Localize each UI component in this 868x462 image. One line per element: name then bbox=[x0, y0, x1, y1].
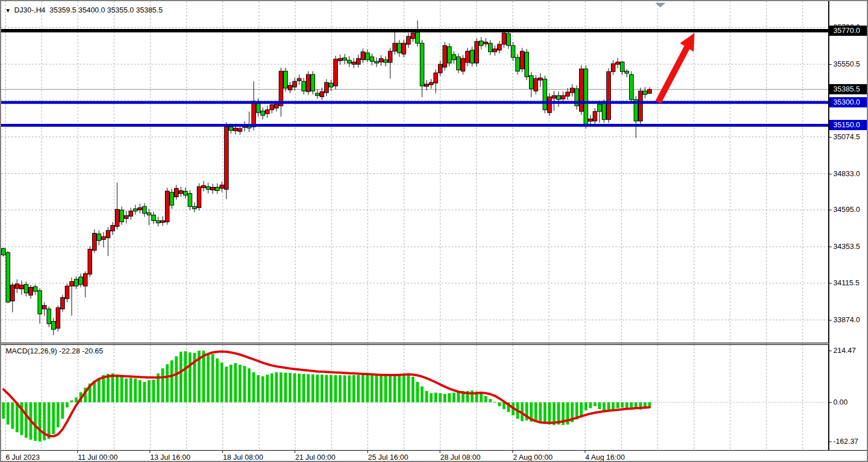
candle-body bbox=[24, 284, 28, 293]
candle-body bbox=[525, 52, 529, 77]
candle-body bbox=[120, 210, 124, 222]
macd-histogram-bar bbox=[321, 374, 324, 402]
macd-histogram-bar bbox=[102, 375, 105, 402]
macd-histogram-bar bbox=[230, 365, 233, 402]
macd-histogram-bar bbox=[389, 375, 392, 402]
candle-body bbox=[375, 61, 379, 63]
candle-body bbox=[393, 43, 397, 51]
macd-histogram-bar bbox=[325, 375, 328, 402]
macd-histogram-bar bbox=[248, 368, 251, 402]
candle-body bbox=[516, 57, 520, 71]
candle-body bbox=[493, 49, 497, 52]
candle-body bbox=[616, 62, 620, 64]
candle-body bbox=[334, 59, 338, 86]
macd-histogram-bar bbox=[439, 393, 442, 402]
time-axis-label: 18 Jul 08:00 bbox=[223, 453, 263, 461]
macd-histogram-bar bbox=[225, 367, 228, 402]
macd-histogram-bar bbox=[489, 399, 492, 402]
macd-histogram-bar bbox=[617, 402, 619, 408]
time-axis-tick-mark bbox=[367, 451, 368, 453]
candle-body bbox=[357, 59, 361, 64]
macd-histogram-bar bbox=[621, 402, 624, 407]
candle-body bbox=[316, 93, 320, 95]
macd-histogram-bar bbox=[52, 402, 55, 434]
price-axis-tick-label: 34595.0 bbox=[833, 205, 860, 214]
candle-body bbox=[584, 69, 588, 125]
macd-histogram-bar bbox=[385, 375, 387, 402]
price-axis-tick-mark bbox=[829, 137, 832, 138]
macd-histogram-bar bbox=[398, 375, 401, 402]
macd-indicator-panel[interactable] bbox=[1, 345, 829, 450]
macd-histogram-bar bbox=[253, 372, 255, 402]
candle-body bbox=[6, 253, 10, 302]
macd-histogram-bar bbox=[66, 402, 69, 407]
macd-histogram-bar bbox=[284, 373, 287, 402]
candle-body bbox=[352, 62, 356, 64]
macd-histogram-bar bbox=[121, 377, 123, 402]
macd-histogram-bar bbox=[75, 398, 78, 402]
macd-histogram-bar bbox=[189, 352, 192, 402]
candle-body bbox=[329, 83, 333, 87]
candle-body bbox=[184, 191, 188, 195]
macd-histogram-bar bbox=[266, 374, 269, 402]
price-axis-tick-label: 33874.0 bbox=[833, 315, 860, 324]
candle-body bbox=[366, 53, 370, 60]
candle-body bbox=[625, 71, 629, 73]
candle-body bbox=[461, 59, 465, 71]
trading-chart-window: ▼DJ30-,H4 35359.5 35400.0 35355.0 35385.… bbox=[0, 0, 868, 462]
macd-histogram-bar bbox=[598, 402, 601, 409]
macd-histogram-bar bbox=[394, 375, 396, 402]
candle-body bbox=[234, 128, 238, 131]
macd-histogram-bar bbox=[357, 375, 360, 402]
macd-histogram-bar bbox=[453, 393, 456, 402]
macd-histogram-bar bbox=[289, 373, 292, 402]
candle-body bbox=[43, 305, 47, 309]
candle-body bbox=[188, 193, 192, 206]
candle-body bbox=[407, 36, 411, 44]
candle-body bbox=[343, 58, 347, 60]
macd-histogram-bar bbox=[585, 402, 588, 410]
candle-body bbox=[398, 43, 402, 53]
candle-body bbox=[602, 103, 606, 119]
macd-histogram-bar bbox=[2, 402, 5, 419]
price-axis[interactable]: 35792.035550.535312.535074.534833.034595… bbox=[829, 1, 868, 450]
candle-body bbox=[284, 71, 288, 88]
macd-histogram-bar bbox=[71, 401, 73, 402]
macd-histogram-bar bbox=[485, 396, 487, 402]
macd-histogram-bar bbox=[316, 374, 319, 402]
macd-histogram-bar bbox=[216, 359, 219, 402]
macd-histogram-bar bbox=[312, 374, 315, 402]
time-axis-label: 6 Jul 2023 bbox=[6, 453, 40, 461]
price-level-label-box: 35770.0 bbox=[829, 26, 868, 36]
candle-body bbox=[589, 119, 593, 121]
candle-body bbox=[566, 92, 570, 96]
candle-body bbox=[348, 60, 352, 63]
macd-histogram-bar bbox=[371, 374, 374, 402]
price-chart-panel[interactable] bbox=[1, 1, 829, 343]
candle-body bbox=[470, 50, 474, 63]
macd-histogram-bar bbox=[34, 402, 37, 441]
macd-histogram-bar bbox=[594, 402, 597, 406]
symbol-dropdown-icon[interactable]: ▼ bbox=[5, 7, 11, 14]
candle-body bbox=[129, 211, 133, 216]
price-axis-tick-label: 34115.5 bbox=[833, 278, 859, 287]
candle-body bbox=[38, 290, 42, 314]
candle-body bbox=[370, 57, 374, 61]
candle-body bbox=[293, 81, 297, 87]
candle-body bbox=[20, 285, 24, 289]
candle-body bbox=[561, 95, 565, 99]
price-axis-tick-mark bbox=[829, 174, 832, 174]
macd-histogram-bar bbox=[175, 356, 178, 402]
macd-histogram-bar bbox=[589, 402, 592, 408]
price-axis-tick-label: 35074.5 bbox=[833, 132, 860, 141]
macd-histogram-bar bbox=[380, 375, 383, 402]
candle-body bbox=[543, 79, 547, 110]
candle-body bbox=[170, 192, 174, 205]
candle-body bbox=[156, 220, 160, 223]
price-axis-tick-label: 34833.0 bbox=[833, 169, 860, 178]
candle-body bbox=[411, 33, 415, 39]
price-axis-tick-label: 34353.5 bbox=[833, 242, 860, 251]
time-axis[interactable]: 6 Jul 202311 Jul 00:0013 Jul 16:0018 Jul… bbox=[1, 450, 868, 462]
macd-histogram-bar bbox=[148, 380, 151, 402]
macd-histogram-bar bbox=[25, 402, 28, 438]
